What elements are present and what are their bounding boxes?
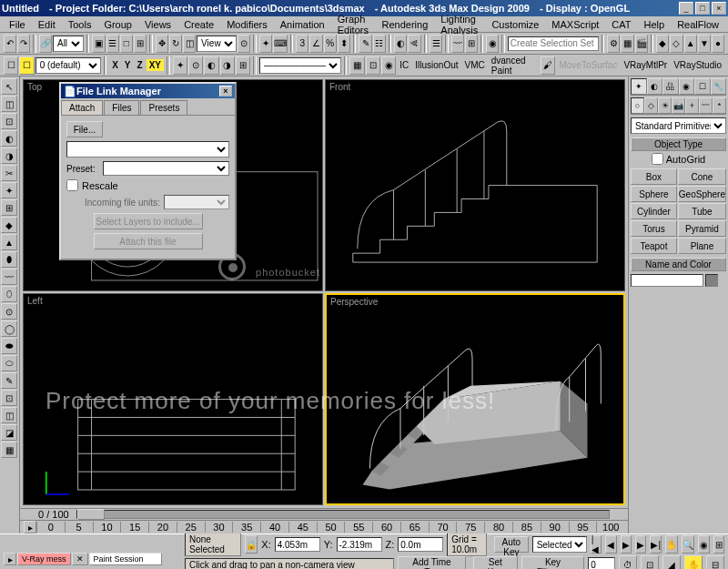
tb2-btn3[interactable]: ◐ bbox=[204, 56, 218, 75]
subtab-helpers[interactable]: + bbox=[685, 97, 699, 114]
keyboard-shortcut-button[interactable]: ⌨ bbox=[273, 35, 288, 53]
menu-file[interactable]: File bbox=[4, 18, 31, 31]
manipulate-button[interactable]: ✦ bbox=[259, 35, 272, 53]
key-target-dropdown[interactable]: Selected bbox=[532, 536, 587, 553]
box-button[interactable]: Box bbox=[631, 168, 677, 185]
menu-create[interactable]: Create bbox=[178, 18, 219, 31]
tab-modify[interactable]: ◐ bbox=[647, 78, 663, 95]
dialog-tab-presets[interactable]: Presets bbox=[140, 100, 187, 115]
lt-11[interactable]: ⬮ bbox=[1, 251, 17, 268]
tb2-btn5[interactable]: ⊞ bbox=[236, 56, 250, 75]
named-sel-button[interactable]: ☷ bbox=[373, 35, 386, 53]
lt-5[interactable]: ◑ bbox=[1, 147, 17, 164]
tb2-btn1[interactable]: ✦ bbox=[173, 56, 187, 75]
selection-set-input[interactable] bbox=[508, 36, 599, 51]
tb2-btn2[interactable]: ⊙ bbox=[188, 56, 203, 75]
teapot-button[interactable]: Teapot bbox=[631, 238, 677, 254]
tb2-btn7[interactable]: ⊡ bbox=[366, 56, 380, 75]
select-by-name-button[interactable]: ☰ bbox=[106, 35, 119, 53]
object-name-input[interactable] bbox=[631, 274, 703, 287]
tool-e-button[interactable]: ● bbox=[712, 35, 724, 53]
geometry-category-dropdown[interactable]: Standard Primitives bbox=[631, 117, 726, 134]
nav-zoom-ext-button[interactable]: ⊡ bbox=[641, 555, 659, 569]
subtab-shapes[interactable]: ◇ bbox=[644, 97, 658, 114]
plugin-vmc[interactable]: VMC bbox=[462, 60, 488, 70]
undo-button[interactable]: ↶ bbox=[4, 35, 16, 53]
z-coord-input[interactable] bbox=[398, 537, 443, 552]
plugin-ic[interactable]: IC bbox=[397, 60, 411, 70]
use-pivot-button[interactable]: ⊙ bbox=[238, 35, 250, 53]
ref-coord-system[interactable]: View bbox=[197, 36, 237, 52]
minimize-button[interactable]: _ bbox=[679, 2, 693, 15]
lt-9[interactable]: ◆ bbox=[1, 217, 17, 233]
nav-pan2-button[interactable]: ✋ bbox=[684, 555, 703, 569]
viewport-perspective[interactable]: Perspective bbox=[325, 293, 625, 505]
timeline-toggle[interactable]: ▸ bbox=[24, 521, 36, 533]
incoming-units-dropdown[interactable] bbox=[164, 195, 229, 209]
subtab-geometry[interactable]: ○ bbox=[631, 97, 644, 114]
object-type-rollout[interactable]: Object Type bbox=[631, 137, 726, 151]
menu-tools[interactable]: Tools bbox=[63, 18, 97, 31]
maximize-button[interactable]: □ bbox=[695, 2, 710, 15]
material-editor-button[interactable]: ◉ bbox=[486, 35, 499, 53]
set-key-button[interactable]: Set Key bbox=[473, 556, 518, 569]
time-config-button[interactable]: ⏱ bbox=[619, 555, 637, 569]
close-button[interactable]: × bbox=[712, 2, 726, 15]
schematic-view-button[interactable]: ⊞ bbox=[465, 35, 478, 53]
axis-x[interactable]: X bbox=[109, 60, 121, 70]
subtab-systems[interactable]: * bbox=[713, 97, 726, 114]
lt-6[interactable]: ✂ bbox=[1, 165, 17, 181]
dialog-close-button[interactable]: × bbox=[219, 86, 232, 97]
y-coord-input[interactable] bbox=[337, 537, 382, 552]
lt-3[interactable]: ⊡ bbox=[1, 113, 17, 129]
plugin-vraystudio[interactable]: VRayStudio bbox=[671, 60, 724, 70]
lt-16[interactable]: ⬬ bbox=[1, 338, 17, 354]
goto-end-button[interactable]: ▶| bbox=[650, 535, 662, 554]
plugin-icon1[interactable]: 🖌 bbox=[541, 56, 555, 75]
object-color-swatch[interactable] bbox=[705, 274, 718, 287]
viewport-left[interactable]: Left bbox=[23, 293, 323, 505]
lt-2[interactable]: ◫ bbox=[1, 96, 17, 112]
menu-modifiers[interactable]: Modifiers bbox=[221, 18, 273, 31]
file-browse-button[interactable]: File... bbox=[66, 121, 103, 137]
lt-4[interactable]: ◐ bbox=[1, 130, 17, 147]
lt-8[interactable]: ⊞ bbox=[1, 199, 17, 216]
rotate-button[interactable]: ↻ bbox=[169, 35, 182, 53]
render-setup-button[interactable]: ⚙ bbox=[607, 35, 620, 53]
time-slider-thumb[interactable] bbox=[77, 509, 105, 520]
tab-motion[interactable]: ◉ bbox=[679, 78, 695, 95]
layer-new-button[interactable]: ☐ bbox=[4, 56, 18, 75]
window-crossing-button[interactable]: ⊞ bbox=[134, 35, 147, 53]
plugin-vraymtl[interactable]: VRayMtlPr bbox=[621, 60, 670, 70]
torus-button[interactable]: Torus bbox=[631, 220, 677, 237]
pyramid-button[interactable]: Pyramid bbox=[678, 220, 726, 237]
menu-maxscript[interactable]: MAXScript bbox=[546, 18, 604, 31]
lt-7[interactable]: ✦ bbox=[1, 182, 17, 198]
file-path-dropdown[interactable] bbox=[66, 141, 229, 157]
lt-22[interactable]: ▦ bbox=[1, 442, 17, 458]
vray-close-tab[interactable]: ✕ bbox=[72, 553, 88, 565]
rendered-frame-button[interactable]: ▦ bbox=[621, 35, 633, 53]
menu-cat[interactable]: CAT bbox=[606, 18, 636, 31]
mirror-button[interactable]: ◐ bbox=[394, 35, 407, 53]
goto-start-button[interactable]: |◀ bbox=[591, 535, 602, 554]
edit-named-sel-button[interactable]: ✎ bbox=[359, 35, 371, 53]
move-button[interactable]: ✥ bbox=[156, 35, 168, 53]
tube-button[interactable]: Tube bbox=[678, 203, 726, 219]
x-coord-input[interactable] bbox=[275, 537, 320, 552]
tool-a-button[interactable]: ◆ bbox=[656, 35, 669, 53]
name-color-rollout[interactable]: Name and Color bbox=[631, 258, 726, 271]
nav-zoom-button[interactable]: 🔍 bbox=[682, 535, 694, 554]
subtab-cameras[interactable]: 📷 bbox=[672, 97, 685, 114]
lt-21[interactable]: ◪ bbox=[1, 424, 17, 441]
tab-display[interactable]: ☐ bbox=[694, 78, 711, 95]
dialog-tab-attach[interactable]: Attach bbox=[61, 100, 103, 115]
lt-12[interactable]: 〰 bbox=[1, 269, 17, 285]
autogrid-checkbox[interactable] bbox=[652, 153, 663, 165]
menu-animation[interactable]: Animation bbox=[275, 18, 330, 31]
tab-hierarchy[interactable]: 品 bbox=[662, 78, 679, 95]
lt-15[interactable]: ◯ bbox=[1, 320, 17, 337]
script-listener-button[interactable]: ▸ bbox=[4, 553, 16, 565]
menu-views[interactable]: Views bbox=[139, 18, 177, 31]
geosphere-button[interactable]: GeoSphere bbox=[678, 186, 726, 202]
